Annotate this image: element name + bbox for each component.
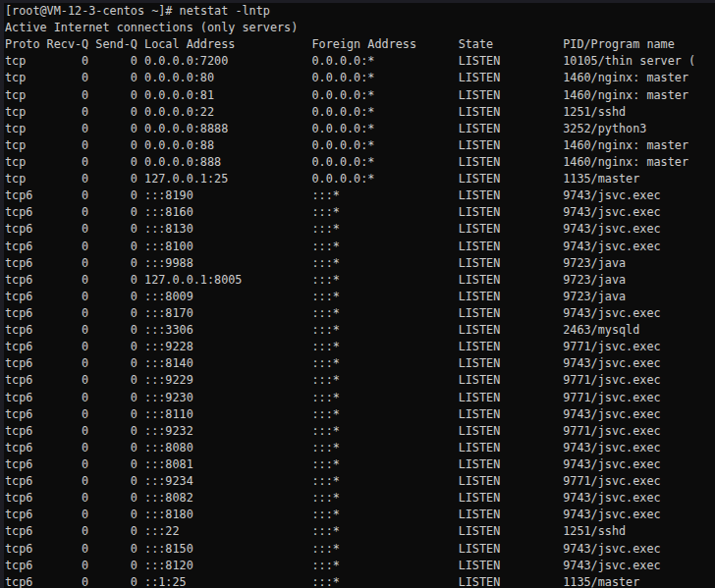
recv-q-cell: 0 — [47, 272, 89, 289]
send-q-cell: 0 — [95, 204, 138, 221]
recv-q-cell: 0 — [47, 558, 89, 574]
program-name-cell: 9771/jsvc.exec — [563, 339, 660, 355]
send-q-cell: 0 — [95, 456, 138, 473]
send-q-cell: 0 — [95, 289, 138, 305]
local-address-cell: 127.0.0.1:8005 — [144, 272, 242, 289]
program-name-cell: 1135/master — [563, 574, 639, 588]
program-name-cell: 10105/thin server ( — [563, 53, 695, 70]
send-q-cell: 0 — [95, 523, 138, 540]
recv-q-cell: 0 — [47, 305, 89, 322]
proto-cell: tcp6 — [5, 473, 32, 490]
send-q-cell: 0 — [95, 137, 138, 154]
local-address-cell: 127.0.0.1:25 — [144, 171, 228, 187]
state-cell: LISTEN — [459, 523, 501, 540]
recv-q-cell: 0 — [47, 456, 89, 473]
recv-q-cell: 0 — [47, 372, 89, 389]
recv-q-cell: 0 — [47, 339, 89, 355]
proto-cell: tcp6 — [5, 406, 32, 423]
program-name-cell: 9743/jsvc.exec — [563, 406, 660, 423]
netstat-row: tcp6 0 0 :::8190 :::* LISTEN 9743/jsvc.e… — [5, 187, 715, 204]
proto-cell: tcp — [5, 137, 26, 154]
foreign-address-cell: 0.0.0.0:* — [312, 87, 375, 104]
prompt-line: [root@VM-12-3-centos ~]# netstat -lntp — [5, 3, 715, 20]
local-address-cell: :::8009 — [144, 289, 193, 305]
proto-cell: tcp — [5, 154, 26, 171]
terminal-screen[interactable]: [root@VM-12-3-centos ~]# netstat -lntp A… — [4, 3, 715, 588]
recv-q-cell: 0 — [47, 406, 89, 423]
program-name-cell: 2463/mysqld — [563, 322, 639, 339]
local-address-cell: :::9230 — [144, 390, 193, 406]
header-local-address: Local Address — [144, 36, 235, 53]
proto-cell: tcp6 — [5, 574, 32, 588]
shell-prompt: [root@VM-12-3-centos ~]# — [5, 4, 172, 18]
send-q-cell: 0 — [95, 187, 138, 204]
recv-q-cell: 0 — [47, 53, 89, 70]
state-cell: LISTEN — [459, 255, 501, 272]
send-q-cell: 0 — [95, 355, 138, 372]
proto-cell: tcp — [5, 87, 26, 104]
netstat-row: tcp6 0 0 127.0.0.1:8005 :::* LISTEN 9723… — [5, 272, 715, 289]
send-q-cell: 0 — [95, 558, 138, 574]
state-cell: LISTEN — [459, 221, 501, 238]
send-q-cell: 0 — [95, 104, 138, 121]
local-address-cell: :::22 — [144, 523, 180, 540]
netstat-row: tcp6 0 0 :::8160 :::* LISTEN 9743/jsvc.e… — [5, 204, 715, 221]
program-name-cell: 1460/nginx: master — [563, 154, 688, 171]
send-q-cell: 0 — [95, 473, 138, 490]
send-q-cell: 0 — [95, 272, 138, 289]
program-name-cell: 1460/nginx: master — [563, 137, 688, 154]
foreign-address-cell: 0.0.0.0:* — [312, 104, 375, 121]
send-q-cell: 0 — [95, 53, 138, 70]
header-state: State — [459, 36, 494, 53]
program-name-cell: 9743/jsvc.exec — [563, 440, 660, 456]
local-address-cell: :::9234 — [144, 473, 193, 490]
state-cell: LISTEN — [459, 372, 501, 389]
netstat-row: tcp 0 0 0.0.0.0:88 0.0.0.0:* LISTEN 1460… — [5, 137, 715, 154]
recv-q-cell: 0 — [47, 154, 89, 171]
proto-cell: tcp6 — [5, 507, 32, 523]
netstat-row: tcp6 0 0 ::1:25 :::* LISTEN 1135/master — [5, 574, 715, 588]
recv-q-cell: 0 — [47, 523, 89, 540]
foreign-address-cell: 0.0.0.0:* — [312, 154, 375, 171]
recv-q-cell: 0 — [47, 440, 89, 456]
program-name-cell: 9743/jsvc.exec — [563, 305, 660, 322]
state-cell: LISTEN — [459, 204, 501, 221]
netstat-row: tcp 0 0 0.0.0.0:8888 0.0.0.0:* LISTEN 32… — [5, 121, 715, 137]
send-q-cell: 0 — [95, 440, 138, 456]
program-name-cell: 1460/nginx: master — [563, 70, 688, 86]
proto-cell: tcp6 — [5, 558, 32, 574]
send-q-cell: 0 — [95, 507, 138, 523]
state-cell: LISTEN — [459, 456, 501, 473]
program-name-cell: 9723/java — [563, 289, 626, 305]
netstat-row: tcp6 0 0 :::8009 :::* LISTEN 9723/java — [5, 289, 715, 305]
proto-cell: tcp6 — [5, 255, 32, 272]
foreign-address-cell: :::* — [312, 221, 340, 238]
local-address-cell: 0.0.0.0:22 — [144, 104, 214, 121]
recv-q-cell: 0 — [47, 390, 89, 406]
netstat-row: tcp6 0 0 :::8082 :::* LISTEN 9743/jsvc.e… — [5, 490, 715, 507]
state-cell: LISTEN — [459, 289, 501, 305]
send-q-cell: 0 — [95, 70, 138, 86]
recv-q-cell: 0 — [47, 490, 89, 507]
recv-q-cell: 0 — [47, 171, 89, 187]
proto-cell: tcp — [5, 121, 26, 137]
netstat-row: tcp 0 0 0.0.0.0:888 0.0.0.0:* LISTEN 146… — [5, 154, 715, 171]
state-cell: LISTEN — [459, 558, 501, 574]
netstat-row: tcp6 0 0 :::9228 :::* LISTEN 9771/jsvc.e… — [5, 339, 715, 355]
foreign-address-cell: :::* — [312, 523, 340, 540]
recv-q-cell: 0 — [47, 87, 89, 104]
local-address-cell: :::9988 — [144, 255, 193, 272]
send-q-cell: 0 — [95, 490, 138, 507]
recv-q-cell: 0 — [47, 221, 89, 238]
state-cell: LISTEN — [459, 574, 501, 588]
foreign-address-cell: :::* — [312, 541, 340, 558]
proto-cell: tcp — [5, 53, 26, 70]
local-address-cell: :::8120 — [144, 558, 193, 574]
local-address-cell: :::3306 — [144, 322, 193, 339]
recv-q-cell: 0 — [47, 104, 89, 121]
proto-cell: tcp6 — [5, 541, 32, 558]
proto-cell: tcp6 — [5, 456, 32, 473]
proto-cell: tcp — [5, 171, 26, 187]
state-cell: LISTEN — [459, 440, 501, 456]
send-q-cell: 0 — [95, 239, 138, 255]
